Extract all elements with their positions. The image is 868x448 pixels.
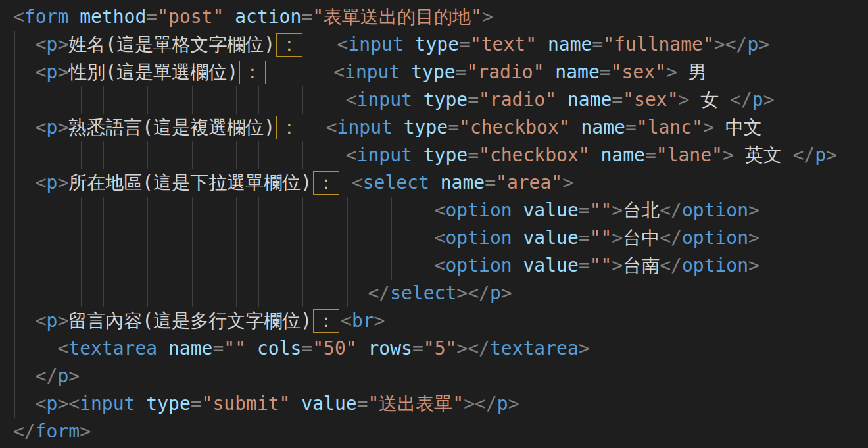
code-line-8[interactable]: <option value="">台北</option> [0, 197, 868, 224]
token-text [267, 61, 333, 83]
token-punctuation: < [341, 310, 352, 332]
code-line-5[interactable]: <p>熟悉語言(這是複選欄位)： <input type="checkbox" … [0, 114, 868, 141]
token-text [13, 365, 36, 387]
token-tag: input [357, 89, 412, 111]
token-text: 性別(這是單選欄位) [68, 61, 238, 83]
token-punctuation: < [435, 255, 446, 276]
token-tag: option [682, 255, 748, 276]
unicode-highlight-box: ： [313, 309, 339, 333]
code-text: <p>姓名(這是單格文字欄位)： <input type="text" name… [13, 34, 769, 55]
token-text [13, 393, 36, 414]
token-attribute: name [548, 34, 592, 55]
token-punctuation: = [357, 393, 368, 414]
token-punctuation: < [36, 172, 47, 193]
code-line-3[interactable]: <p>性別(這是單選欄位)： <input type="radio" name=… [0, 59, 868, 86]
token-text [512, 199, 523, 221]
token-text [157, 337, 168, 359]
token-tag: p [47, 172, 58, 193]
code-line-9[interactable]: <option value="">台中</option> [0, 224, 868, 252]
token-string: "area" [496, 172, 562, 193]
token-punctuation: > [562, 172, 573, 193]
token-punctuation: = [456, 61, 467, 83]
token-punctuation: = [468, 144, 479, 166]
token-text [412, 89, 423, 111]
token-punctuation: = [485, 172, 496, 193]
token-punctuation: > [464, 393, 475, 414]
code-line-13[interactable]: <textarea name="" cols="50" rows="5"></t… [0, 335, 868, 362]
token-attribute: name [441, 172, 485, 193]
code-line-7[interactable]: <p>所在地區(這是下拉選單欄位)： <select name="area"> [0, 169, 868, 197]
token-tag: br [352, 310, 374, 332]
token-tag: textarea [490, 337, 579, 359]
token-punctuation: < [352, 172, 363, 193]
token-string: "5" [423, 337, 457, 359]
code-text: <p>熟悉語言(這是複選欄位)： <input type="checkbox" … [13, 116, 762, 138]
token-punctuation: > [374, 310, 385, 332]
code-line-4[interactable]: <input type="radio" name="sex"> 女 </p> [0, 86, 868, 114]
token-punctuation: > [679, 89, 690, 111]
token-punctuation: > [508, 393, 519, 414]
token-text [357, 337, 368, 359]
code-line-11[interactable]: </select></p> [0, 280, 868, 307]
token-punctuation: > [68, 365, 80, 387]
token-text [590, 144, 601, 166]
token-punctuation: < [346, 144, 357, 166]
token-punctuation: < [13, 6, 24, 28]
token-string: "" [590, 255, 612, 276]
token-punctuation: </ [36, 365, 58, 387]
token-punctuation: > [57, 34, 68, 55]
code-line-10[interactable]: <option value="">台南</option> [0, 252, 868, 280]
unicode-highlight-box: ： [313, 171, 339, 195]
token-tag: select [390, 282, 456, 304]
token-attribute: cols [257, 337, 301, 359]
token-tag: p [47, 116, 58, 138]
token-text: 台北 [623, 199, 660, 221]
unicode-highlight-box: ： [276, 33, 302, 57]
token-text [13, 199, 435, 221]
code-text: <p><input type="submit" value="送出表單"></p… [13, 393, 519, 414]
token-punctuation: > [748, 199, 760, 221]
token-punctuation: </ [468, 282, 490, 304]
code-editor[interactable]: <form method="post" action="表單送出的目的地"> <… [0, 0, 868, 448]
token-punctuation: = [468, 89, 479, 111]
code-text: <p>性別(這是單選欄位)： <input type="radio" name=… [13, 61, 707, 83]
code-line-14[interactable]: </p> [0, 362, 868, 390]
code-text: <p>留言內容(這是多行文字欄位)：<br> [13, 310, 385, 332]
token-text: 台南 [623, 255, 660, 276]
code-line-1[interactable]: <form method="post" action="表單送出的目的地"> [0, 3, 868, 31]
token-tag: input [80, 393, 135, 414]
token-attribute: method [80, 6, 146, 28]
token-text [246, 337, 257, 359]
code-line-12[interactable]: <p>留言內容(這是多行文字欄位)：<br> [0, 307, 868, 335]
token-punctuation: < [36, 310, 47, 332]
code-line-2[interactable]: <p>姓名(這是單格文字欄位)： <input type="text" name… [0, 31, 868, 59]
code-line-16[interactable]: </form> [0, 418, 868, 445]
code-text: <option value="">台北</option> [13, 199, 760, 221]
token-text [512, 255, 523, 276]
code-text: </select></p> [13, 282, 512, 304]
token-punctuation: > [612, 199, 623, 221]
code-line-15[interactable]: <p><input type="submit" value="送出表單"></p… [0, 390, 868, 418]
token-punctuation: > [703, 116, 714, 138]
token-text [537, 34, 548, 55]
token-punctuation: < [36, 116, 47, 138]
token-punctuation: > [57, 172, 68, 193]
token-tag: input [337, 116, 393, 138]
token-string: "radio" [466, 61, 544, 83]
token-punctuation: < [346, 89, 357, 111]
token-punctuation: </ [660, 255, 682, 276]
code-line-6[interactable]: <input type="checkbox" name="lane"> 英文 <… [0, 141, 868, 169]
token-string: "lane" [656, 144, 723, 166]
token-attribute: type [423, 89, 468, 111]
token-string: "submit" [202, 393, 291, 414]
token-tag: p [47, 310, 58, 332]
token-punctuation: > [456, 282, 468, 304]
token-attribute: type [423, 144, 468, 166]
code-text: <input type="checkbox" name="lane"> 英文 <… [13, 144, 837, 166]
token-tag: option [445, 255, 512, 276]
token-tag: p [747, 34, 758, 55]
token-punctuation: < [68, 393, 80, 414]
token-punctuation: > [763, 89, 775, 111]
token-string: "radio" [479, 89, 556, 111]
code-text: <option value="">台南</option> [13, 255, 760, 276]
